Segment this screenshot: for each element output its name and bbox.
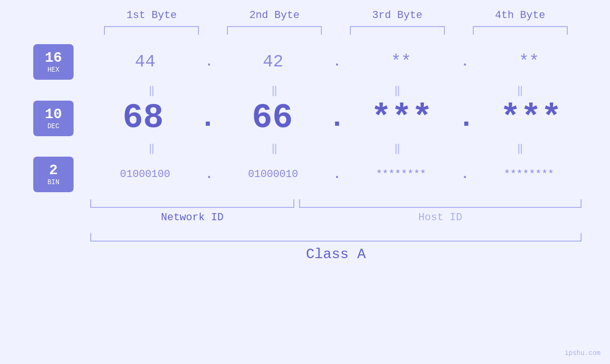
eq1-b4: ‖ bbox=[473, 84, 568, 97]
dec-badge-label: DEC bbox=[47, 122, 59, 130]
bin-b2-cell: 01000010 bbox=[225, 168, 320, 180]
class-a-label: Class A bbox=[90, 246, 582, 262]
bin-b4-cell: ******** bbox=[481, 168, 576, 180]
dec-b3-cell: *** bbox=[354, 99, 449, 138]
watermark: ipshu.com bbox=[564, 349, 601, 357]
class-bracket bbox=[90, 233, 582, 242]
hex-sep1: . bbox=[205, 55, 213, 69]
bin-badge-label: BIN bbox=[47, 178, 59, 186]
byte-headers: 1st Byte 2nd Byte 3rd Byte 4th Byte bbox=[28, 9, 582, 21]
bin-badge: 2 BIN bbox=[33, 157, 74, 192]
hex-b2-value: 42 bbox=[263, 52, 283, 72]
bottom-section: Network ID Host ID Class A bbox=[28, 199, 582, 262]
dec-b1-cell: 68 bbox=[96, 99, 191, 138]
bin-b3-value: ******** bbox=[376, 168, 426, 180]
bin-sep3: . bbox=[461, 167, 469, 182]
equals-row-2: ‖ ‖ ‖ ‖ bbox=[28, 142, 582, 155]
bracket-b1 bbox=[104, 26, 199, 35]
eq1-b2: ‖ bbox=[227, 84, 322, 97]
dec-badge: 10 DEC bbox=[33, 101, 74, 136]
eq2-b1: ‖ bbox=[104, 142, 199, 155]
bin-b1-cell: 01000100 bbox=[98, 168, 193, 180]
hex-b4-cell: ** bbox=[481, 52, 576, 72]
hex-b4-value: ** bbox=[519, 52, 539, 72]
bin-row: 2 BIN 01000100 . 01000010 . ******** . *… bbox=[28, 157, 582, 192]
hex-sep2: . bbox=[333, 55, 341, 69]
hex-badge: 16 HEX bbox=[33, 44, 74, 80]
bin-b3-cell: ******** bbox=[354, 168, 449, 180]
hex-badge-label: HEX bbox=[47, 66, 59, 74]
hex-b1-cell: 44 bbox=[98, 52, 193, 72]
dec-b1-value: 68 bbox=[122, 99, 163, 138]
byte1-header: 1st Byte bbox=[104, 9, 199, 21]
dec-b2-cell: 66 bbox=[225, 99, 320, 138]
hex-b1-value: 44 bbox=[135, 52, 155, 72]
hex-sep3: . bbox=[461, 55, 469, 69]
top-brackets bbox=[28, 26, 582, 35]
network-id-label: Network ID bbox=[90, 212, 294, 224]
main-container: 1st Byte 2nd Byte 3rd Byte 4th Byte 16 H… bbox=[0, 0, 610, 364]
network-bracket bbox=[90, 199, 294, 208]
bottom-brackets bbox=[90, 199, 582, 208]
bin-sep2: . bbox=[333, 167, 341, 182]
eq2-b3: ‖ bbox=[350, 142, 445, 155]
id-labels: Network ID Host ID bbox=[90, 212, 582, 224]
dec-badge-number: 10 bbox=[45, 107, 62, 122]
bin-b2-value: 01000010 bbox=[248, 168, 298, 180]
hex-b2-cell: 42 bbox=[225, 52, 320, 72]
dec-sep2: . bbox=[328, 104, 346, 132]
host-bracket bbox=[299, 199, 582, 208]
dec-b4-value: *** bbox=[500, 99, 562, 138]
bracket-b3 bbox=[350, 26, 445, 35]
bin-b1-value: 01000100 bbox=[120, 168, 170, 180]
dec-row: 10 DEC 68 . 66 . *** . *** bbox=[28, 99, 582, 138]
eq2-b2: ‖ bbox=[227, 142, 322, 155]
bin-sep1: . bbox=[205, 167, 213, 182]
hex-badge-number: 16 bbox=[45, 50, 62, 66]
host-id-label: Host ID bbox=[299, 212, 582, 224]
bin-b4-value: ******** bbox=[504, 168, 554, 180]
hex-row: 16 HEX 44 . 42 . ** . ** bbox=[28, 44, 582, 80]
dec-sep1: . bbox=[199, 104, 216, 132]
dec-b2-value: 66 bbox=[252, 99, 293, 138]
hex-b3-value: ** bbox=[391, 52, 411, 72]
byte4-header: 4th Byte bbox=[473, 9, 568, 21]
dec-b3-value: *** bbox=[371, 99, 432, 138]
bin-badge-number: 2 bbox=[49, 163, 57, 178]
hex-values: 44 . 42 . ** . ** bbox=[93, 52, 582, 72]
equals-row-1: ‖ ‖ ‖ ‖ bbox=[28, 84, 582, 97]
eq2-b4: ‖ bbox=[473, 142, 568, 155]
eq1-b3: ‖ bbox=[350, 84, 445, 97]
dec-sep3: . bbox=[458, 104, 475, 132]
bracket-b4 bbox=[473, 26, 568, 35]
bin-values: 01000100 . 01000010 . ******** . *******… bbox=[93, 167, 582, 182]
eq1-b1: ‖ bbox=[104, 84, 199, 97]
dec-b4-cell: *** bbox=[483, 99, 578, 138]
byte3-header: 3rd Byte bbox=[350, 9, 445, 21]
byte2-header: 2nd Byte bbox=[227, 9, 322, 21]
dec-values: 68 . 66 . *** . *** bbox=[93, 99, 582, 138]
hex-b3-cell: ** bbox=[354, 52, 449, 72]
bracket-b2 bbox=[227, 26, 322, 35]
